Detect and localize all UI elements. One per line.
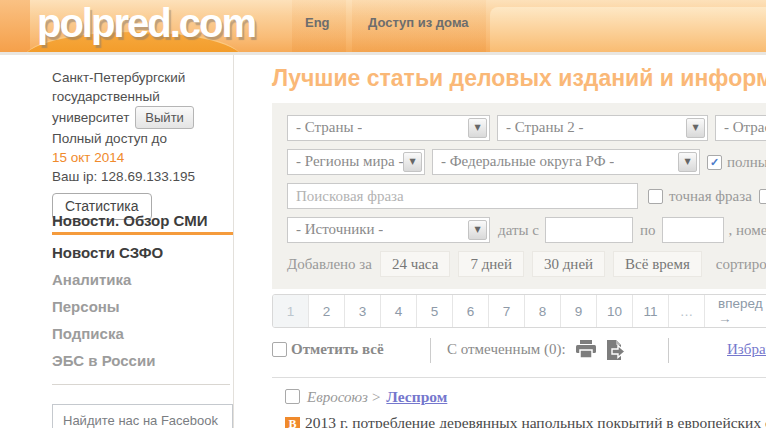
sources-select-value: - Источники - xyxy=(296,221,383,238)
page-4[interactable]: 4 xyxy=(381,295,417,327)
article-item: Евросоюз>Леспром В2013 г. потребление де… xyxy=(285,388,766,428)
countries2-select[interactable]: - Страны 2 - xyxy=(497,115,708,141)
page-2[interactable]: 2 xyxy=(309,295,345,327)
tab-eng[interactable]: Eng xyxy=(305,15,330,30)
sidebar-menu: Новости. Обзор СМИ Новости СЗФО Аналитик… xyxy=(52,210,233,374)
filter-panel: - Страны - - Страны 2 - - Отрасл - Регио… xyxy=(272,103,766,289)
ip-label: Ваш ip: 128.69.133.195 xyxy=(52,167,233,186)
article-text: 2013 г. потребление деревянных напольных… xyxy=(305,414,766,428)
page-9[interactable]: 9 xyxy=(561,295,597,327)
date-to-label: по xyxy=(640,222,656,239)
article-dropcap: В xyxy=(285,417,300,428)
tab-home-access[interactable]: Доступ из дома xyxy=(368,15,469,30)
period-7d-button[interactable]: 7 дней xyxy=(458,251,524,277)
select-all-label: Отметить всё xyxy=(291,341,384,358)
sort-label: сортировать xyxy=(716,256,766,272)
access-label: Полный доступ до xyxy=(52,129,233,148)
filter-row-regions: - Регионы мира - - Федеральные округа РФ… xyxy=(287,149,766,175)
countries-select-value: - Страны - xyxy=(296,119,362,136)
page-7[interactable]: 7 xyxy=(489,295,525,327)
exact-phrase-label: точная фраза xyxy=(669,188,752,205)
federal-districts-select[interactable]: - Федеральные округа РФ - xyxy=(432,149,700,175)
date-to-input[interactable] xyxy=(662,217,724,243)
sidebar-item-news-szfo[interactable]: Новости СЗФО xyxy=(52,239,233,266)
sources-select[interactable]: - Источники - xyxy=(287,217,490,243)
filter-row-countries: - Страны - - Страны 2 - - Отрасл xyxy=(287,115,766,141)
industries-select[interactable]: - Отрасл xyxy=(715,115,766,141)
sidebar-item-news-smi[interactable]: Новости. Обзор СМИ xyxy=(52,210,233,235)
date-from-label: даты с xyxy=(498,222,539,239)
fulltext-label: полны xyxy=(727,154,766,171)
polpred-page: polpred.com Eng Доступ из дома Санкт-Пет… xyxy=(0,0,766,428)
next-page-button[interactable]: вперед → xyxy=(705,295,766,327)
facebook-widget[interactable]: Найдите нас на Facebook xyxy=(52,404,233,428)
chevron-down-icon xyxy=(403,152,422,172)
page-ellipsis[interactable]: … xyxy=(669,295,705,327)
export-icon[interactable] xyxy=(605,340,626,365)
org-name-line1: Санкт-Петербургский xyxy=(52,68,233,87)
favorites-link[interactable]: Избранн xyxy=(727,341,766,358)
page-8[interactable]: 8 xyxy=(525,295,561,327)
chevron-down-icon xyxy=(686,118,705,138)
countries2-select-value: - Страны 2 - xyxy=(506,119,584,136)
industries-select-value: - Отрасл xyxy=(724,119,766,136)
sidebar: Санкт-Петербургский государственный унив… xyxy=(52,68,233,220)
actions-divider-1 xyxy=(430,338,431,363)
date-from-input[interactable] xyxy=(545,217,633,243)
filter-row-period: Добавлено за 24 часа 7 дней 30 дней Всё … xyxy=(287,251,766,277)
org-name-line3-text: университет xyxy=(52,110,129,125)
sidebar-item-persons[interactable]: Персоны xyxy=(52,293,233,320)
header-right-panel xyxy=(490,7,766,52)
countries-select[interactable]: - Страны - xyxy=(287,115,490,141)
header-bottom-strip xyxy=(0,52,766,55)
results-divider xyxy=(272,377,766,378)
sidebar-divider xyxy=(52,384,230,385)
page-6[interactable]: 6 xyxy=(453,295,489,327)
sidebar-main-divider xyxy=(233,55,234,428)
account-block: Санкт-Петербургский государственный унив… xyxy=(52,68,233,220)
logout-button[interactable]: Выйти xyxy=(135,106,194,129)
chevron-down-icon xyxy=(468,118,487,138)
chevron-down-icon xyxy=(468,220,487,240)
added-label: Добавлено за xyxy=(287,256,372,273)
period-all-button[interactable]: Всё время xyxy=(613,251,702,277)
site-logo[interactable]: polpred.com xyxy=(37,1,255,46)
breadcrumb-separator: > xyxy=(372,389,380,405)
header-left-shade xyxy=(0,0,30,52)
page-11[interactable]: 11 xyxy=(633,295,669,327)
actions-bar: Отметить всё С отмеченным (0): Избранн xyxy=(272,338,766,364)
period-30d-button[interactable]: 30 дней xyxy=(532,251,605,277)
article-checkbox[interactable] xyxy=(285,389,300,404)
access-date: 15 окт 2014 xyxy=(52,148,233,167)
article-category[interactable]: Евросоюз xyxy=(307,389,368,405)
site-header: polpred.com Eng Доступ из дома xyxy=(0,0,766,52)
page-3[interactable]: 3 xyxy=(345,295,381,327)
sidebar-item-subscription[interactable]: Подписка xyxy=(52,320,233,347)
period-24h-button[interactable]: 24 часа xyxy=(380,251,450,277)
federal-districts-select-value: - Федеральные округа РФ - xyxy=(441,153,614,170)
exact-phrase-checkbox[interactable] xyxy=(648,189,663,204)
page-10[interactable]: 10 xyxy=(597,295,633,327)
org-name-line2: государственный xyxy=(52,87,233,106)
sidebar-item-analytics[interactable]: Аналитика xyxy=(52,266,233,293)
sort-control: сортировать по да xyxy=(716,256,766,273)
select-all-checkbox[interactable] xyxy=(272,342,287,357)
org-name-line3: университетВыйти xyxy=(52,106,233,129)
actions-divider-2 xyxy=(668,338,669,363)
sidebar-item-ebs-russia[interactable]: ЭБС в России xyxy=(52,347,233,374)
page-5[interactable]: 5 xyxy=(417,295,453,327)
chevron-down-icon xyxy=(678,152,697,172)
fulltext-checkbox[interactable] xyxy=(707,155,722,170)
numbers-label: , номера xyxy=(728,222,766,239)
pagination: 1 2 3 4 5 6 7 8 9 10 11 … вперед → xyxy=(272,294,766,328)
page-1[interactable]: 1 xyxy=(273,295,309,327)
extra-option-checkbox[interactable] xyxy=(759,189,766,204)
world-regions-select[interactable]: - Регионы мира - xyxy=(287,149,425,175)
filter-row-search: точная фраза ст xyxy=(287,183,766,209)
world-regions-select-value: - Регионы мира - xyxy=(296,153,404,170)
article-text-row: В2013 г. потребление деревянных напольны… xyxy=(285,414,766,428)
print-icon[interactable] xyxy=(575,340,597,363)
article-topic-link[interactable]: Леспром xyxy=(386,388,447,405)
filter-row-sources: - Источники - даты с по , номера xyxy=(287,217,766,243)
search-input[interactable] xyxy=(287,183,638,209)
